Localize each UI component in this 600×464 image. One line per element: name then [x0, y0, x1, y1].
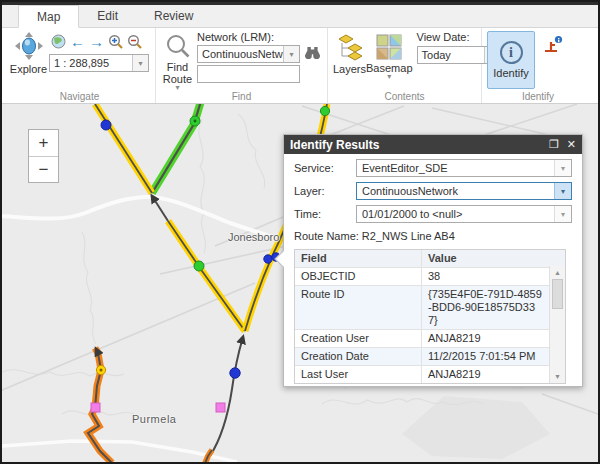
field-cell: Route ID [295, 286, 422, 329]
white-highway [2, 441, 237, 462]
scroll-thumb[interactable] [552, 279, 563, 309]
table-row[interactable]: OBJECTID38 [295, 267, 565, 285]
time-label: Time: [294, 208, 356, 220]
time-combobox[interactable]: 01/01/2000 to <null> ▾ [356, 205, 572, 223]
field-cell: Creation Date [295, 348, 422, 365]
blue-point [230, 368, 240, 378]
explore-label: Explore [10, 63, 47, 75]
identify-group-label: Identify [482, 91, 594, 102]
full-extent-globe-icon[interactable] [49, 32, 68, 51]
layers-icon [336, 34, 363, 63]
service-value: EventEditor_SDE [357, 160, 554, 176]
ribbon-group-contents: Layers Basemap ▾ [328, 28, 482, 103]
table-row[interactable]: Creation Date11/2/2015 7:01:54 PM [295, 347, 565, 365]
find-group-label: Find [156, 91, 327, 102]
tab-map[interactable]: Map [18, 5, 79, 28]
basemap-icon [376, 34, 402, 62]
map-scale-value: 1 : 288,895 [50, 55, 132, 71]
view-date-value: Today [418, 47, 484, 63]
value-cell: ANJA8219 [422, 366, 565, 383]
yellow-route[interactable] [95, 104, 245, 331]
service-label: Service: [294, 162, 356, 174]
green-point [320, 106, 329, 115]
results-table-body: OBJECTID38Route ID{735E4F0E-791D-4859-BD… [295, 267, 565, 383]
orange-route[interactable] [205, 450, 212, 463]
network-combobox[interactable]: ContinuousNetwork ▾ [197, 45, 300, 63]
map-zoom-in-button[interactable]: + [29, 130, 58, 156]
table-scrollbar[interactable]: ▲ ▼ [549, 266, 565, 383]
event-editor-window: Map Edit Review Explore [0, 0, 600, 464]
table-header-row: Field Value [295, 250, 565, 267]
blue-point [101, 120, 111, 130]
value-cell: {735E4F0E-791D-4859-BDD6-90E18575D337} [422, 286, 565, 329]
explore-button[interactable]: Explore [9, 31, 48, 75]
time-value: 01/01/2000 to <null> [357, 206, 554, 222]
table-row[interactable]: Creation UserANJA8219 [295, 329, 565, 347]
route-name-text: Route Name: R2_NWS Line AB4 [294, 230, 572, 242]
pink-point [216, 403, 225, 412]
basemap-caret-icon: ▾ [387, 74, 391, 80]
value-cell: 11/2/2015 7:01:54 PM [422, 348, 565, 365]
basemap-button[interactable]: Basemap ▾ [366, 31, 412, 80]
map-zoom-out-button[interactable]: − [29, 156, 58, 182]
results-table: Field Value OBJECTID38Route ID{735E4F0E-… [294, 249, 566, 384]
green-point [194, 261, 204, 271]
chevron-down-icon[interactable]: ▾ [283, 46, 299, 62]
identify-results-popup: Identify Results ❐ ✕ Service: EventEdito… [283, 134, 583, 387]
layer-combobox[interactable]: ContinuousNetwork ▾ [356, 182, 572, 200]
layers-label: Layers [333, 63, 366, 75]
identify-route-locations-icon[interactable] [543, 35, 563, 59]
identify-label: Identify [493, 67, 528, 79]
ribbon-group-navigate: Explore ← → [4, 28, 156, 103]
zoom-in-icon[interactable] [106, 32, 125, 51]
ribbon-group-find: Find Route ▾ Network (LRM): ContinuousNe… [156, 28, 328, 103]
layers-button[interactable]: Layers [333, 31, 366, 75]
layer-value: ContinuousNetwork [357, 183, 554, 199]
value-header: Value [422, 250, 565, 267]
next-extent-icon[interactable]: → [87, 32, 106, 51]
zoom-out-icon[interactable] [125, 32, 144, 51]
popup-title-bar[interactable]: Identify Results ❐ ✕ [284, 135, 582, 154]
table-row[interactable]: Route ID{735E4F0E-791D-4859-BDD6-90E1857… [295, 285, 565, 329]
chevron-down-icon[interactable]: ▾ [554, 206, 571, 222]
value-cell: ANJA8219 [422, 330, 565, 347]
find-route-magnifier-icon [165, 33, 191, 61]
ribbon-group-identify: i Identify Identify [482, 28, 594, 103]
blue-point [264, 255, 272, 263]
scroll-up-icon[interactable]: ▲ [550, 266, 565, 279]
table-row[interactable]: Last UserANJA8219 [295, 365, 565, 383]
route-input[interactable] [197, 65, 300, 83]
tab-edit[interactable]: Edit [79, 5, 136, 27]
chevron-down-icon[interactable]: ▾ [554, 183, 571, 199]
field-cell: Last User [295, 366, 422, 383]
map-label-jonesboro: Jonesboro [228, 231, 279, 243]
find-route-label-1: Find [167, 61, 188, 73]
service-combobox[interactable]: EventEditor_SDE ▾ [356, 159, 572, 177]
chevron-down-icon[interactable]: ▾ [132, 55, 148, 71]
identify-icon: i [500, 41, 523, 64]
tab-review[interactable]: Review [136, 5, 211, 27]
field-cell: OBJECTID [295, 268, 422, 285]
layer-label: Layer: [294, 185, 356, 197]
explore-pad-icon [14, 31, 44, 63]
search-binoculars-icon[interactable] [304, 45, 321, 63]
map-label-purmela: Purmela [132, 413, 176, 425]
value-cell: 38 [422, 268, 565, 285]
map-canvas[interactable]: Jonesboro Purmela + − Identify Results ❐… [2, 104, 598, 463]
maximize-icon[interactable]: ❐ [549, 138, 559, 151]
map-scale-combobox[interactable]: 1 : 288,895 ▾ [49, 54, 149, 72]
previous-extent-icon[interactable]: ← [68, 32, 87, 51]
find-route-button[interactable]: Find Route ▾ [161, 31, 194, 91]
field-header: Field [295, 250, 422, 267]
identify-button[interactable]: i Identify [487, 31, 535, 89]
chevron-down-icon[interactable]: ▾ [554, 160, 571, 176]
pink-point [91, 403, 100, 412]
scroll-down-icon[interactable]: ▼ [550, 370, 565, 383]
network-lrm-label: Network (LRM): [197, 31, 321, 44]
contents-group-label: Contents [328, 91, 481, 102]
popup-title: Identify Results [290, 138, 379, 152]
map-zoom-control: + − [28, 129, 59, 183]
close-icon[interactable]: ✕ [567, 138, 576, 151]
ribbon: Explore ← → [2, 28, 598, 104]
field-cell: Creation User [295, 330, 422, 347]
